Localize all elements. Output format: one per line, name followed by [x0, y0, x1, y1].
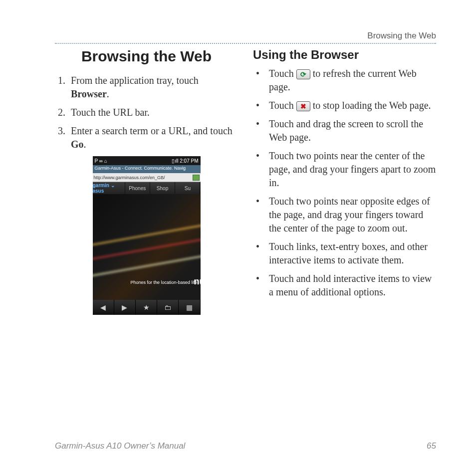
page-title: Browsing the Web [55, 48, 238, 65]
footer: Garmin-Asus A10 Owner’s Manual 65 [55, 441, 436, 451]
banner-tagline: Phones for the location-based life. [130, 280, 198, 285]
header-section: Browsing the Web [55, 31, 436, 44]
refresh-icon[interactable]: ⟳ [296, 69, 310, 79]
subsection-title: Using the Browser [253, 48, 436, 62]
stop-icon[interactable]: ✖ [296, 101, 310, 111]
bullet-refresh: Touch ⟳ to refresh the current Web page. [254, 67, 436, 94]
grid-icon[interactable]: ▦ [179, 300, 200, 315]
step-3: Enter a search term or a URL, and touch … [68, 124, 238, 151]
b2-pre: Touch [269, 100, 296, 111]
step-1-post: . [107, 88, 109, 99]
bullet-hold: Touch and hold interactive items to view… [254, 272, 436, 299]
bullet-scroll: Touch and drag the screen to scroll the … [254, 117, 436, 144]
step-1-pre: From the application tray, touch [71, 75, 199, 86]
tab-su[interactable]: Su [175, 182, 200, 194]
step-3-post: . [84, 139, 86, 150]
step-3-pre: Enter a search term or a URL, and touch [71, 125, 233, 136]
bullet-stop: Touch ✖ to stop loading the Web page. [254, 99, 436, 112]
site-logo[interactable]: garmin ⌄ asus [93, 182, 125, 194]
right-column: Using the Browser Touch ⟳ to refresh the… [253, 48, 436, 315]
banner-brand: nüvi [194, 276, 200, 287]
back-icon[interactable]: ◀ [93, 300, 114, 315]
bullet-activate: Touch links, text-entry boxes, and other… [254, 240, 436, 267]
bullet-zoom-in: Touch two points near the center of the … [254, 149, 436, 190]
go-icon[interactable] [193, 175, 200, 181]
b1-pre: Touch [269, 68, 296, 79]
status-right: ▯ıll 2:07 PM [172, 158, 198, 164]
step-2: Touch the URL bar. [68, 106, 238, 119]
page-content[interactable]: Phones for the location-based life. nüvi [93, 194, 201, 300]
step-1: From the application tray, touch Browser… [68, 74, 238, 101]
forward-icon[interactable]: ▶ [114, 300, 136, 315]
tab-shop[interactable]: Shop [150, 182, 175, 194]
footer-page: 65 [427, 441, 436, 451]
b2-post: to stop loading the Web page. [310, 100, 431, 111]
browser-toolbar: ◀ ▶ ★ 🗀 ▦ [93, 300, 201, 315]
status-left: P ∞ ⌂ [95, 158, 107, 164]
step-1-bold: Browser [71, 88, 107, 99]
tab-phones[interactable]: Phones [125, 182, 150, 194]
step-3-bold: Go [71, 139, 84, 150]
url-text: http://www.garminasus.com/en_GB/ [94, 175, 192, 180]
browser-title: Garmin-Asus - Connect. Communicate. Navi… [93, 165, 201, 173]
url-bar[interactable]: http://www.garminasus.com/en_GB/ [93, 173, 201, 182]
windows-icon[interactable]: 🗀 [157, 300, 179, 315]
steps-list: From the application tray, touch Browser… [55, 74, 238, 151]
bookmark-icon[interactable]: ★ [136, 300, 157, 315]
left-column: Browsing the Web From the application tr… [55, 48, 238, 315]
phone-screenshot: P ∞ ⌂ ▯ıll 2:07 PM Garmin-Asus - Connect… [93, 156, 201, 315]
status-bar: P ∞ ⌂ ▯ıll 2:07 PM [93, 156, 201, 165]
footer-manual: Garmin-Asus A10 Owner’s Manual [55, 441, 185, 451]
bullet-zoom-out: Touch two points near opposite edges of … [254, 195, 436, 235]
step-2-pre: Touch the URL bar. [71, 107, 150, 118]
site-tabs: garmin ⌄ asus Phones Shop Su [93, 182, 201, 194]
bullet-list: Touch ⟳ to refresh the current Web page.… [253, 67, 436, 299]
